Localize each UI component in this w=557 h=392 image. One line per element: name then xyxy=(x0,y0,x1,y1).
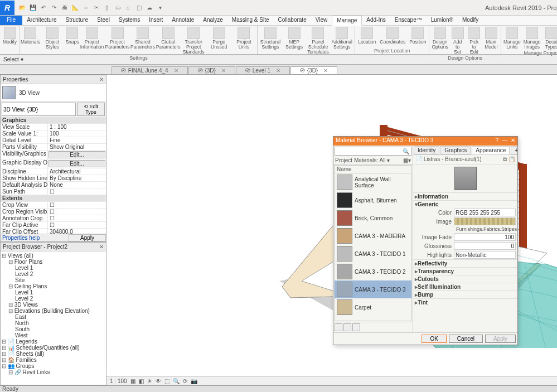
ribbon-button[interactable]: Main Model xyxy=(483,26,499,50)
asset-preview[interactable] xyxy=(413,164,517,192)
qat-save-icon[interactable]: 💾 xyxy=(28,3,37,12)
prop-value[interactable] xyxy=(48,209,106,215)
view-tab[interactable]: 〄 {3D}✕ xyxy=(290,66,337,74)
prop-value[interactable]: Edit... xyxy=(49,151,105,158)
tree-node[interactable]: Ceiling Plans xyxy=(2,283,105,289)
ribbon-button[interactable]: Additional Settings xyxy=(331,26,353,50)
tab-systems[interactable]: Systems xyxy=(114,16,144,25)
tree-node[interactable]: Level 1 xyxy=(2,289,105,296)
material-search[interactable]: 🔍 xyxy=(335,147,411,156)
prop-value[interactable]: None xyxy=(48,182,106,188)
duplicate-asset-icon[interactable]: 📋 xyxy=(508,156,515,162)
properties-type[interactable]: 3D View xyxy=(1,84,106,101)
tree-node[interactable]: South xyxy=(2,326,105,332)
vc-icon[interactable]: 🔍 xyxy=(173,378,180,384)
prop-value[interactable]: Architectural xyxy=(48,168,106,175)
tree-node[interactable]: 🏠 Families xyxy=(2,357,105,363)
properties-help-link[interactable]: Properties help xyxy=(1,234,41,241)
prop-row[interactable]: Graphic Display OptionsEdit... xyxy=(1,159,106,168)
prop-row[interactable]: Default Analysis Display StyleNone xyxy=(1,182,106,188)
ribbon-button[interactable]: Location xyxy=(357,26,377,45)
qat-measure-icon[interactable]: 📐 xyxy=(71,3,80,12)
tab-collaborate[interactable]: Collaborate xyxy=(274,16,311,25)
tab-massing[interactable]: Massing & Site xyxy=(227,16,274,25)
material-item[interactable]: CAMA 3 - TECIDO 1 xyxy=(335,245,411,263)
ribbon-button[interactable]: Transfer Project Standards xyxy=(182,26,206,55)
group-information[interactable]: Information xyxy=(413,192,517,200)
tab-architecture[interactable]: Architecture xyxy=(22,16,61,25)
material-item[interactable]: Asphalt, Bitumen xyxy=(335,191,411,209)
tree-node[interactable]: 👥 Groups xyxy=(2,363,105,369)
properties-table[interactable]: GraphicsView Scale1 : 100Scale Value 1:1… xyxy=(1,117,106,234)
highlights-value[interactable]: Non-Metallic xyxy=(454,251,516,259)
group-cutouts[interactable]: Cutouts xyxy=(413,275,517,283)
tab-identity[interactable]: Identity xyxy=(414,146,439,154)
ribbon-button[interactable]: Manage Links xyxy=(503,26,521,50)
tree-node[interactable]: 📄 Legends xyxy=(2,338,105,345)
qat-thin-icon[interactable]: ▯ xyxy=(103,3,112,12)
material-list[interactable]: Name Analytical Wall SurfaceAsphalt, Bit… xyxy=(334,165,412,321)
prop-row[interactable]: Annotation Crop xyxy=(1,215,106,222)
ribbon-button[interactable]: Project Units xyxy=(233,26,255,50)
material-item[interactable]: CAMA 3 - TECIDO 3 xyxy=(335,280,411,298)
view-control-bar[interactable]: 1 : 100 ▦◧ ☀👁 ⬚🔍 ⟳📷 xyxy=(106,376,557,385)
tree-node[interactable]: North xyxy=(2,320,105,326)
ribbon-button[interactable]: Modify xyxy=(2,26,18,45)
vc-icon[interactable]: ⬚ xyxy=(164,378,169,384)
image-swatch[interactable] xyxy=(454,217,516,225)
close-icon[interactable]: ✕ xyxy=(511,137,515,145)
ribbon-button[interactable]: Manage Images xyxy=(523,26,541,50)
view-tab[interactable]: 〄 {3D}✕ xyxy=(188,66,235,74)
prop-value[interactable]: Show Original xyxy=(48,144,106,150)
material-browser-dialog[interactable]: Material Browser - CAMA 3 - TECIDO 3 ? —… xyxy=(333,136,518,345)
prop-row[interactable]: Crop Region Visible xyxy=(1,209,106,215)
minimize-icon[interactable]: — xyxy=(502,137,507,145)
prop-value[interactable]: Fine xyxy=(48,137,106,143)
fade-value[interactable]: 100 xyxy=(454,233,516,241)
tab-addins[interactable]: Add-Ins xyxy=(362,16,390,25)
tree-node[interactable]: 📊 Schedules/Quantities (all) xyxy=(2,345,105,351)
group-reflectivity[interactable]: Reflectivity xyxy=(413,259,517,267)
prop-value[interactable]: By Discipline xyxy=(48,175,106,181)
qat-more-icon[interactable]: ▾ xyxy=(156,3,164,12)
material-item[interactable]: Carpet xyxy=(335,298,411,316)
group-self-illum[interactable]: Self Illumination xyxy=(413,283,517,291)
tab-file[interactable]: File xyxy=(0,16,22,25)
list-head[interactable]: Name xyxy=(335,166,411,173)
tree-node[interactable]: 🔗 Revit Links xyxy=(2,369,105,375)
tree-node[interactable]: Floor Plans xyxy=(2,259,105,265)
qat-section-icon[interactable]: ✂ xyxy=(92,3,101,12)
help-icon[interactable]: ? xyxy=(495,137,498,145)
ribbon-button[interactable]: Structural Settings xyxy=(259,26,282,50)
prop-value[interactable] xyxy=(48,215,106,221)
prop-row[interactable]: Far Clip Offset304800.0 xyxy=(1,229,106,234)
material-item[interactable]: Brick, Common xyxy=(335,209,411,227)
prop-row[interactable]: Sun Path xyxy=(1,188,106,195)
prop-row[interactable]: Show Hidden LinesBy Discipline xyxy=(1,175,106,182)
ribbon-button[interactable]: MEP Settings xyxy=(283,26,306,50)
tree-node[interactable]: Level 2 xyxy=(2,296,105,302)
tab-structure[interactable]: Structure xyxy=(61,16,93,25)
ribbon-button[interactable]: Design Options xyxy=(431,26,448,50)
prop-value[interactable] xyxy=(48,188,106,195)
tab-close-icon[interactable]: ✕ xyxy=(276,67,280,74)
material-item[interactable]: CAMA 3 - TECIDO 2 xyxy=(335,263,411,280)
tree-node[interactable]: West xyxy=(2,332,105,338)
tree-node[interactable]: Views (all) xyxy=(2,253,105,259)
qat-sync-icon[interactable]: ☁ xyxy=(145,3,154,12)
qat-dim-icon[interactable]: ↔ xyxy=(81,3,90,12)
color-value[interactable]: RGB 255 255 255 xyxy=(454,209,516,216)
qat-redo-icon[interactable]: ↷ xyxy=(50,3,59,12)
prop-value[interactable]: 100 xyxy=(48,130,106,137)
add-material-icon[interactable] xyxy=(335,323,342,331)
vc-icon[interactable]: ▦ xyxy=(130,378,135,384)
tab-modify[interactable]: Modify xyxy=(458,16,483,25)
view-scale[interactable]: 1 : 100 xyxy=(110,378,127,384)
prop-value[interactable]: 1 : 100 xyxy=(48,124,106,130)
vc-icon[interactable]: ◧ xyxy=(139,378,144,384)
grid-view-icon[interactable]: ▦▾ xyxy=(403,157,411,163)
ribbon-button[interactable]: Decal Types xyxy=(543,26,557,50)
tree-node[interactable]: 📄 Sheets (all) xyxy=(2,351,105,357)
ribbon-button[interactable]: Materials xyxy=(22,26,39,45)
tab-close-icon[interactable]: ✕ xyxy=(174,67,178,74)
